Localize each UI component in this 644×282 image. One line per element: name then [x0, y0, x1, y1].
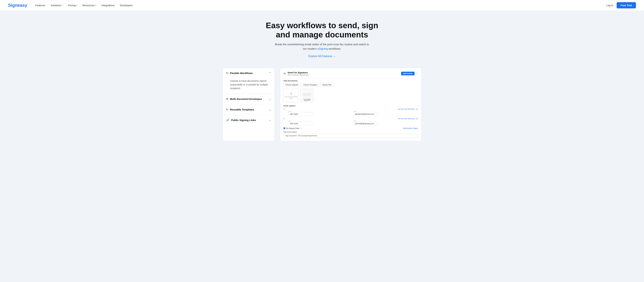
chevron-down-icon: ⌄	[268, 97, 271, 101]
feature-title-flexible: Flexible Workflows	[230, 72, 253, 74]
nav-links: Features Solutions ▾ Pricing ▾ Resources…	[35, 4, 606, 7]
feature-desc-flexible: Choose to have documents signed sequenti…	[230, 79, 271, 90]
features-left-panel: ↻ Flexible Workflows ⌃ Choose to have do…	[222, 68, 275, 141]
chevron-down-icon: ⌄	[268, 118, 271, 122]
chevron-down-icon: ▾	[76, 4, 77, 6]
refresh-icon: ↻	[226, 71, 228, 75]
mock-email-label-2: Email	[354, 120, 418, 122]
mock-add-two-step-2[interactable]: Add Two Step Verification	[398, 118, 415, 119]
chevron-down-icon: ▾	[95, 4, 96, 6]
mock-doc-area: ⇓ Drop your documents here Non-Compete A…	[284, 89, 418, 102]
mock-divider-top	[284, 78, 418, 78]
mock-invite-signers-section: Invite signers 1. Add Two Step Verificat…	[284, 105, 418, 138]
mock-choose-originals-btn[interactable]: Choose Originals	[284, 83, 300, 87]
mock-signer-num-1: 1.	[284, 108, 285, 110]
feature-body-flexible: Choose to have documents signed sequenti…	[223, 78, 274, 94]
mock-upload-files-btn[interactable]: Upload Files	[320, 83, 334, 87]
feature-header-multi[interactable]: ✉ Multi-document Envelopes ⌄	[223, 94, 274, 104]
mock-drag-handle-2: ⋮⋮	[284, 122, 287, 124]
nav-pricing[interactable]: Pricing ▾	[68, 4, 77, 7]
mock-drop-text: Drop your documents here	[284, 96, 298, 99]
nav-actions: Log In Free Trial	[606, 2, 636, 8]
mock-email-label-1: Email	[354, 111, 418, 112]
mock-signer-row-1: 1. Add Two Step Verification 🗑 ⋮⋮ Name E…	[284, 108, 418, 116]
free-trial-button[interactable]: Free Trial	[616, 2, 636, 8]
mock-add-another-signer[interactable]: Add Another Signer	[403, 127, 418, 129]
logo[interactable]: Signeasy	[8, 3, 27, 8]
mock-subtitle: Non-Compete Agreement	[288, 74, 308, 76]
mock-doc-name: Non-Compete Agreement	[302, 98, 312, 101]
mock-delete-signer-2-icon[interactable]: 🗑	[416, 118, 418, 120]
feature-header-signing[interactable]: 🔗 Public Signing Links ⌄	[223, 115, 274, 125]
link-icon: 🔗	[226, 118, 230, 122]
mock-signer-row-2: 2. Add Two Step Verification 🗑 ⋮⋮ Name E…	[284, 118, 418, 126]
mock-doc-card: Non-Compete Agreement ⋮	[300, 89, 314, 102]
mock-set-signing-order-label: Set Signing Order	[286, 127, 300, 129]
envelope-icon: ✉	[226, 97, 228, 101]
mock-drag-handle-1: ⋮⋮	[284, 112, 287, 114]
mock-footer-row: ✓ Set Signing Order ⓘ Add Another Signer	[284, 127, 418, 129]
mock-header: ✕ Send For Signature Non-Compete Agreeme…	[284, 71, 418, 76]
mock-invite-signers-label: Invite signers	[284, 105, 418, 107]
mock-more-icon[interactable]: ⋮	[416, 72, 418, 75]
mock-set-signing-order-checkbox[interactable]: ✓	[284, 127, 285, 129]
nav-developers[interactable]: Developers	[120, 4, 133, 7]
mock-email-subject-section: Add email subject	[284, 131, 418, 138]
mock-doc-more-icon[interactable]: ⋮	[311, 89, 313, 91]
mock-add-fields-button[interactable]: Add Fields	[401, 72, 414, 75]
esigning-link[interactable]: eSigning	[317, 47, 328, 50]
mock-email-input-1[interactable]	[354, 112, 378, 116]
hero-title: Easy workflows to send, sign and manage …	[263, 21, 381, 39]
chevron-down-icon: ⌄	[268, 108, 271, 111]
feature-title-signing: Public Signing Links	[231, 119, 256, 122]
mock-drop-zone[interactable]: ⇓ Drop your documents here	[284, 89, 299, 102]
mock-email-subject-label: Add email subject	[284, 131, 418, 133]
mock-add-documents-section: Add documents Choose Originals Choose Te…	[284, 80, 418, 102]
mock-add-two-step-1[interactable]: Add Two Step Verification	[398, 108, 415, 110]
mock-delete-signer-1-icon[interactable]: 🗑	[416, 108, 418, 110]
nav-features[interactable]: Features	[35, 4, 45, 7]
mock-add-docs-label: Add documents	[284, 80, 418, 82]
mock-name-input-1[interactable]	[288, 112, 312, 116]
mock-title: Send For Signature	[288, 71, 308, 74]
mock-name-input-2[interactable]	[288, 122, 312, 126]
feature-reusable-templates: ↻ Reusable Templates ⌄	[223, 104, 274, 115]
login-button[interactable]: Log In	[606, 4, 614, 7]
feature-header-flexible-workflows[interactable]: ↻ Flexible Workflows ⌃	[223, 68, 274, 78]
hero-section: Easy workflows to send, sign and manage …	[0, 11, 644, 64]
chevron-down-icon: ▾	[62, 4, 62, 6]
mock-signer-num-2: 2.	[284, 118, 285, 119]
mock-close-icon[interactable]: ✕	[284, 72, 286, 75]
nav-integrations[interactable]: Integrations	[102, 4, 114, 7]
feature-multi-document: ✉ Multi-document Envelopes ⌄	[223, 94, 274, 104]
template-icon: ↻	[226, 108, 228, 111]
mock-info-icon[interactable]: ⓘ	[300, 127, 302, 129]
nav-resources[interactable]: Resources ▾	[82, 4, 96, 7]
mock-doc-buttons: Choose Originals Choose Templates Upload…	[284, 83, 418, 87]
explore-features-link[interactable]: Explore All Features →	[308, 55, 336, 58]
navbar: Signeasy Features Solutions ▾ Pricing ▾ …	[0, 0, 644, 11]
feature-header-templates[interactable]: ↻ Reusable Templates ⌄	[223, 104, 274, 115]
upload-icon: ⇓	[290, 92, 292, 95]
mock-email-input-2[interactable]	[354, 122, 378, 126]
feature-title-templates: Reusable Templates	[230, 108, 254, 111]
hero-subtitle: Break the overwhelming email clutter of …	[273, 42, 371, 51]
mock-ui-panel: ✕ Send For Signature Non-Compete Agreeme…	[280, 68, 422, 141]
feature-public-signing: 🔗 Public Signing Links ⌄	[223, 115, 274, 125]
features-section: ↻ Flexible Workflows ⌃ Choose to have do…	[214, 64, 430, 155]
mock-email-subject-input[interactable]	[284, 134, 418, 138]
chevron-up-icon: ⌃	[268, 71, 271, 75]
mock-name-label-2: Name	[288, 120, 352, 122]
mock-choose-templates-btn[interactable]: Choose Templates	[302, 83, 319, 87]
nav-solutions[interactable]: Solutions ▾	[50, 4, 62, 7]
mock-name-label-1: Name	[288, 111, 352, 112]
feature-flexible-workflows: ↻ Flexible Workflows ⌃ Choose to have do…	[223, 68, 274, 94]
feature-title-multi: Multi-document Envelopes	[230, 97, 262, 100]
